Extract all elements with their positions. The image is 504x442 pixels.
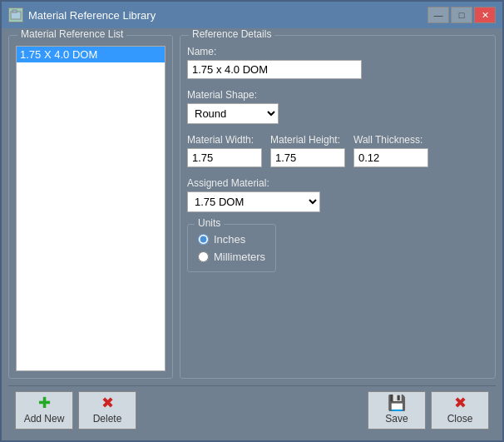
height-group: Material Height: bbox=[270, 134, 345, 167]
units-panel-title: Units bbox=[195, 217, 224, 229]
units-panel: Units Inches Millimeters bbox=[187, 224, 276, 272]
inches-radio[interactable] bbox=[198, 234, 209, 245]
width-label: Material Width: bbox=[187, 134, 262, 146]
dimensions-row: Material Width: Material Height: Wall Th… bbox=[187, 134, 488, 167]
add-new-button[interactable]: ✚ Add New bbox=[15, 391, 73, 430]
list-item[interactable]: 1.75 X 4.0 DOM bbox=[17, 47, 165, 62]
title-bar: Material Reference Library — □ ✕ bbox=[2, 2, 502, 28]
right-panel-title: Reference Details bbox=[189, 28, 274, 40]
assigned-select[interactable]: 1.75 DOM bbox=[187, 191, 320, 212]
close-label: Close bbox=[447, 413, 473, 425]
add-label: Add New bbox=[24, 413, 65, 425]
left-panel: Material Reference List 1.75 X 4.0 DOM bbox=[8, 35, 173, 379]
delete-button[interactable]: ✖ Delete bbox=[78, 391, 136, 430]
millimeters-radio[interactable] bbox=[198, 251, 209, 262]
svg-rect-1 bbox=[12, 10, 17, 12]
units-radio-group: Inches Millimeters bbox=[198, 233, 265, 263]
minimize-button[interactable]: — bbox=[427, 7, 449, 23]
millimeters-option[interactable]: Millimeters bbox=[198, 251, 265, 263]
app-icon bbox=[8, 7, 23, 22]
bottom-right-buttons: 💾 Save ✖ Close bbox=[368, 391, 489, 430]
inches-label: Inches bbox=[214, 233, 245, 246]
title-bar-left: Material Reference Library bbox=[8, 7, 156, 22]
height-label: Material Height: bbox=[270, 134, 345, 146]
millimeters-label: Millimeters bbox=[214, 251, 265, 263]
shape-select[interactable]: Round Square Rectangular Hex bbox=[187, 103, 279, 124]
height-input[interactable] bbox=[270, 148, 345, 167]
bottom-left-buttons: ✚ Add New ✖ Delete bbox=[15, 391, 136, 430]
window-content: Material Reference List 1.75 X 4.0 DOM R… bbox=[2, 28, 502, 440]
delete-label: Delete bbox=[93, 413, 122, 425]
thickness-label: Wall Thickness: bbox=[353, 134, 428, 146]
right-panel: Reference Details Name: Material Shape: … bbox=[180, 35, 496, 379]
close-button[interactable]: ✖ Close bbox=[431, 391, 489, 430]
name-input[interactable] bbox=[187, 60, 362, 79]
thickness-input[interactable] bbox=[353, 148, 428, 167]
assigned-label: Assigned Material: bbox=[187, 177, 488, 189]
add-icon: ✚ bbox=[38, 395, 51, 410]
width-input[interactable] bbox=[187, 148, 262, 167]
assigned-group: Assigned Material: 1.75 DOM bbox=[187, 177, 488, 212]
window-close-button[interactable]: ✕ bbox=[474, 7, 496, 23]
shape-label: Material Shape: bbox=[187, 89, 488, 101]
delete-icon: ✖ bbox=[101, 395, 114, 410]
material-list[interactable]: 1.75 X 4.0 DOM bbox=[16, 46, 166, 371]
main-window: Material Reference Library — □ ✕ Materia… bbox=[0, 0, 504, 442]
window-title: Material Reference Library bbox=[28, 9, 156, 22]
left-panel-title: Material Reference List bbox=[17, 28, 126, 40]
save-label: Save bbox=[385, 413, 408, 425]
name-group: Name: bbox=[187, 46, 488, 79]
dimensions-group: Material Width: Material Height: Wall Th… bbox=[187, 134, 488, 167]
shape-group: Material Shape: Round Square Rectangular… bbox=[187, 89, 488, 124]
thickness-group: Wall Thickness: bbox=[353, 134, 428, 167]
save-button[interactable]: 💾 Save bbox=[368, 391, 426, 430]
window-controls: — □ ✕ bbox=[427, 7, 496, 23]
width-group: Material Width: bbox=[187, 134, 262, 167]
bottom-bar: ✚ Add New ✖ Delete 💾 Save ✖ Close bbox=[8, 385, 496, 434]
close-icon: ✖ bbox=[454, 395, 467, 410]
save-icon: 💾 bbox=[388, 395, 406, 410]
maximize-button[interactable]: □ bbox=[451, 7, 472, 23]
name-label: Name: bbox=[187, 46, 488, 57]
main-area: Material Reference List 1.75 X 4.0 DOM R… bbox=[8, 35, 496, 379]
inches-option[interactable]: Inches bbox=[198, 233, 265, 246]
